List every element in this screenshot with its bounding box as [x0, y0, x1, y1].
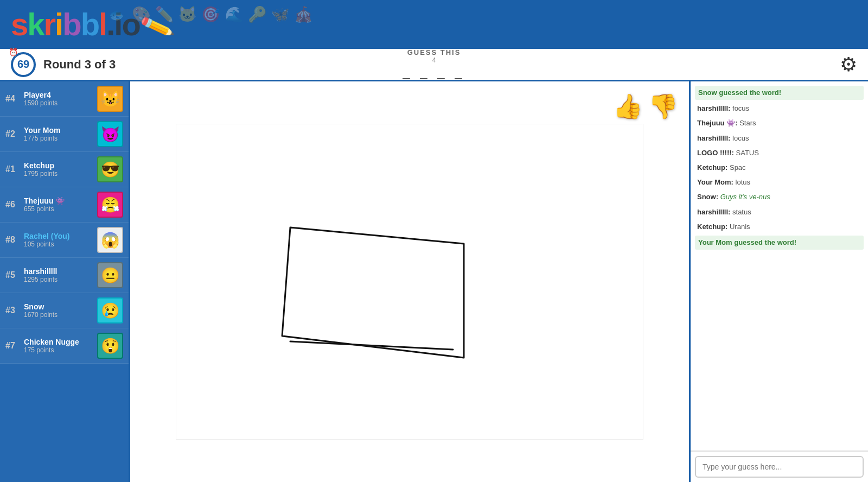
guess-label: GUESS THIS: [403, 48, 465, 56]
player-row: #5 harshilllll 1295 points 😐: [0, 258, 129, 293]
player-points: 1795 points: [24, 170, 94, 177]
header-banner: skribbl.io✏️: [0, 0, 868, 49]
chat-message: Snow: Guys it's ve-nus: [695, 191, 864, 203]
player-points: 1590 points: [24, 99, 94, 107]
drawing-canvas[interactable]: [176, 124, 643, 440]
chat-sender: harshilllll:: [697, 134, 730, 142]
chat-message: Thejuuu 👾: Stars: [695, 117, 864, 129]
player-info: Your Mom 1775 points: [21, 126, 97, 142]
chat-sender: harshilllll:: [697, 104, 730, 112]
chat-sender: Ketchup:: [697, 163, 727, 172]
player-rank: #1: [5, 164, 21, 174]
player-name: Your Mom: [24, 126, 94, 135]
player-info: Ketchup 1795 points: [21, 161, 97, 177]
chat-text: Spac: [730, 163, 746, 172]
player-name: Rachel (You): [24, 232, 94, 240]
player-points: 175 points: [24, 346, 94, 354]
round-text: Round 3 of 3: [43, 58, 116, 72]
thumbs-down-button[interactable]: 👎: [648, 92, 678, 120]
player-name: harshilllll: [24, 267, 94, 276]
player-info: Player4 1590 points: [21, 91, 97, 107]
player-avatar: 😱: [97, 227, 123, 253]
chat-area: Snow guessed the word!harshilllll: focus…: [689, 81, 868, 482]
chat-text: SATUS: [736, 149, 759, 157]
player-row: #2 Your Mom 1775 points 😈: [0, 117, 129, 152]
chat-messages: Snow guessed the word!harshilllll: focus…: [691, 81, 868, 451]
players-sidebar: #4 Player4 1590 points 😺 #2 Your Mom 177…: [0, 81, 130, 482]
player-points: 1775 points: [24, 135, 94, 142]
chat-sender: Ketchup:: [697, 223, 727, 231]
chat-text: Uranis: [730, 223, 750, 231]
player-rank: #4: [5, 94, 21, 104]
chat-text: locus: [732, 134, 749, 142]
player-row: #8 Rachel (You) 105 points 😱: [0, 223, 129, 258]
player-avatar: 😈: [97, 121, 123, 147]
player-info: Chicken Nugge 175 points: [21, 338, 97, 354]
player-info: Thejuuu 👾 655 points: [21, 196, 97, 213]
player-points: 655 points: [24, 205, 94, 213]
chat-message: harshilllll: status: [695, 206, 864, 218]
player-rank: #2: [5, 129, 21, 139]
alarm-icon: ⏰: [9, 48, 18, 56]
player-row: #7 Chicken Nugge 175 points 😲: [0, 328, 129, 364]
chat-text: Guys it's ve-nus: [720, 193, 770, 201]
chat-message: Ketchup: Spac: [695, 162, 864, 174]
player-points: 105 points: [24, 240, 94, 248]
vote-buttons: 👍 👎: [613, 92, 678, 120]
chat-message: Your Mom guessed the word!: [695, 236, 864, 250]
player-points: 1670 points: [24, 311, 94, 319]
thumbs-up-button[interactable]: 👍: [613, 92, 643, 120]
chat-message: Ketchup: Uranis: [695, 221, 864, 233]
chat-text: Stars: [739, 119, 756, 127]
guess-this-area: GUESS THIS 4 _ _ _ _: [403, 48, 465, 80]
player-rank: #8: [5, 235, 21, 245]
chat-text: focus: [732, 104, 749, 112]
player-avatar: 😤: [97, 192, 123, 218]
player-name: Thejuuu 👾: [24, 196, 94, 205]
chat-message: Your Mom: lotus: [695, 176, 864, 188]
player-name: Snow: [24, 302, 94, 311]
player-rank: #7: [5, 341, 21, 351]
player-avatar: 😺: [97, 86, 123, 112]
chat-text: status: [732, 208, 751, 216]
player-info: harshilllll 1295 points: [21, 267, 97, 283]
player-name: Ketchup: [24, 161, 94, 170]
chat-sender: Snow:: [697, 193, 718, 201]
player-name: Player4: [24, 91, 94, 99]
settings-icon[interactable]: ⚙: [840, 53, 857, 76]
chat-message: harshilllll: focus: [695, 103, 864, 115]
timer-wrapper: ⏰ 69: [11, 52, 43, 77]
chat-sender: harshilllll:: [697, 208, 730, 216]
player-row: #1 Ketchup 1795 points 😎: [0, 152, 129, 187]
player-info: Rachel (You) 105 points: [21, 232, 97, 248]
player-rank: #3: [5, 306, 21, 315]
chat-message: Snow guessed the word!: [695, 86, 864, 100]
word-blanks: _ _ _ _: [403, 65, 465, 80]
player-avatar: 😐: [97, 262, 123, 288]
player-info: Snow 1670 points: [21, 302, 97, 319]
logo: skribbl.io✏️: [11, 9, 171, 40]
player-avatar: 😲: [97, 333, 123, 359]
player-avatar: 😢: [97, 297, 123, 324]
main-area: #4 Player4 1590 points 😺 #2 Your Mom 177…: [0, 81, 868, 482]
chat-input-area: [691, 451, 868, 482]
player-rank: #6: [5, 200, 21, 210]
chat-sender: Thejuuu 👾:: [697, 119, 738, 127]
player-points: 1295 points: [24, 276, 94, 283]
chat-sender: Your Mom:: [697, 178, 733, 186]
chat-sender: LOGO !!!!!:: [697, 149, 734, 157]
word-length: 4: [403, 56, 465, 64]
chat-input[interactable]: [695, 456, 864, 478]
player-row: #4 Player4 1590 points 😺: [0, 81, 129, 117]
sub-header: ⏰ 69 Round 3 of 3 GUESS THIS 4 _ _ _ _ ⚙: [0, 49, 868, 81]
canvas-area: 👍 👎: [130, 81, 689, 482]
timer-value: 69: [17, 58, 29, 71]
player-avatar: 😎: [97, 156, 123, 182]
player-row: #3 Snow 1670 points 😢: [0, 293, 129, 328]
chat-message: LOGO !!!!!: SATUS: [695, 147, 864, 159]
player-rank: #5: [5, 270, 21, 280]
player-row: #6 Thejuuu 👾 655 points 😤: [0, 187, 129, 223]
chat-text: lotus: [736, 178, 750, 186]
chat-message: harshilllll: locus: [695, 132, 864, 144]
player-name: Chicken Nugge: [24, 338, 94, 346]
